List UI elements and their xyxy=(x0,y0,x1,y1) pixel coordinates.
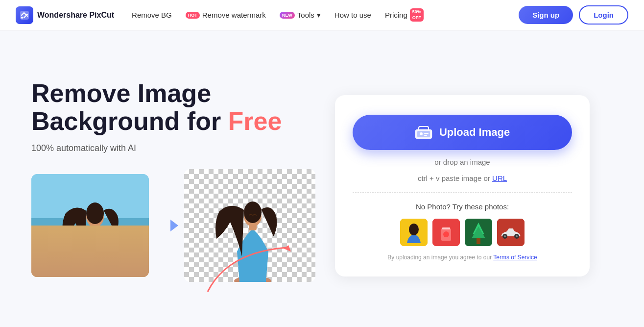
hot-badge: HOT xyxy=(186,12,200,19)
url-link[interactable]: URL xyxy=(492,174,507,182)
nav-remove-watermark[interactable]: HOT Remove watermark xyxy=(186,11,266,19)
hero-title: Remove Image Background for Free xyxy=(31,79,315,135)
upload-icon xyxy=(415,126,432,139)
svg-rect-16 xyxy=(417,131,430,137)
svg-point-5 xyxy=(78,270,112,277)
drop-text: or drop an image xyxy=(434,158,490,166)
svg-point-34 xyxy=(504,235,506,237)
sample-photo-4[interactable] xyxy=(497,219,525,246)
main-content: Remove Image Background for Free 100% au… xyxy=(0,30,644,327)
svg-rect-30 xyxy=(477,238,480,244)
svg-point-1 xyxy=(21,17,23,19)
svg-rect-19 xyxy=(424,135,427,136)
svg-point-17 xyxy=(420,132,423,135)
hero-section: Remove Image Background for Free 100% au… xyxy=(31,79,315,292)
upload-panel: Upload Image or drop an image ctrl + v p… xyxy=(335,95,590,277)
upload-image-button[interactable]: Upload Image xyxy=(353,115,572,150)
brand-logo-icon xyxy=(16,6,33,24)
nav-actions: Sign up Login xyxy=(519,5,628,25)
divider xyxy=(353,192,572,193)
brand-name: Wondershare PixCut xyxy=(37,11,114,20)
free-text: Free xyxy=(228,107,282,135)
new-badge: NEW xyxy=(280,12,295,19)
upload-button-label: Upload Image xyxy=(439,126,510,139)
chevron-down-icon: ▾ xyxy=(317,11,321,20)
try-photos-label: No Photo? Try these photos: xyxy=(416,202,509,211)
arrow-connector xyxy=(149,214,184,237)
brand-logo[interactable]: Wondershare PixCut xyxy=(16,6,114,24)
login-button[interactable]: Login xyxy=(579,5,628,25)
sample-photo-3[interactable] xyxy=(465,219,492,246)
nav-tools[interactable]: NEW Tools ▾ xyxy=(280,11,321,20)
sample-photos-row xyxy=(400,219,525,246)
hero-subtitle: 100% automatically with AI xyxy=(31,143,315,153)
sample-photo-1[interactable] xyxy=(400,219,428,246)
original-photo xyxy=(31,174,149,277)
navbar: Wondershare PixCut Remove BG HOT Remove … xyxy=(0,0,644,30)
nav-pricing[interactable]: Pricing 50%OFF xyxy=(385,8,424,22)
svg-point-26 xyxy=(443,231,449,237)
nav-how-to-use[interactable]: How to use xyxy=(334,11,371,19)
svg-point-8 xyxy=(86,202,104,224)
svg-rect-25 xyxy=(442,227,450,229)
svg-rect-18 xyxy=(424,133,429,134)
terms-text: By uploading an image you agree to our T… xyxy=(387,254,537,261)
pricing-badge: 50%OFF xyxy=(410,8,424,22)
signup-button[interactable]: Sign up xyxy=(519,6,573,24)
svg-marker-13 xyxy=(284,245,291,252)
paste-text: ctrl + v paste image or URL xyxy=(418,174,507,182)
nav-remove-bg[interactable]: Remove BG xyxy=(132,11,172,19)
nav-links: Remove BG HOT Remove watermark NEW Tools… xyxy=(132,8,519,22)
svg-point-12 xyxy=(244,201,262,223)
terms-link[interactable]: Terms of Service xyxy=(493,254,537,261)
demo-original-image xyxy=(31,174,149,277)
svg-point-35 xyxy=(516,235,518,237)
curved-arrow-decoration xyxy=(198,243,296,292)
svg-rect-4 xyxy=(31,228,149,277)
svg-point-22 xyxy=(409,224,419,235)
sample-photo-2[interactable] xyxy=(432,219,460,246)
